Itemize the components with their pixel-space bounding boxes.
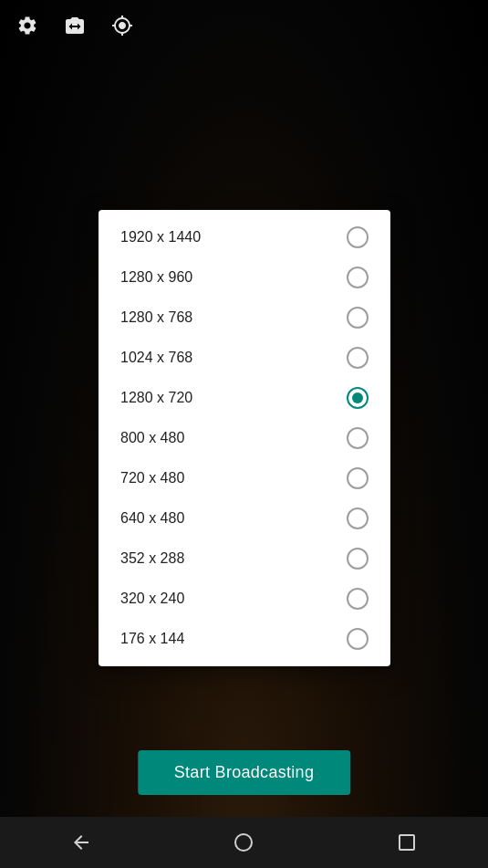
top-toolbar xyxy=(0,0,488,51)
settings-icon[interactable] xyxy=(15,13,40,38)
radio-button-720x480[interactable] xyxy=(347,467,369,489)
radio-button-640x480[interactable] xyxy=(347,507,369,529)
resolution-label: 352 x 288 xyxy=(120,550,184,567)
resolution-item-1920x1440[interactable]: 1920 x 1440 xyxy=(99,217,390,257)
radio-button-1280x768[interactable] xyxy=(347,307,369,329)
resolution-label: 320 x 240 xyxy=(120,591,184,607)
resolution-item-1024x768[interactable]: 1024 x 768 xyxy=(99,338,390,378)
radio-button-1280x960[interactable] xyxy=(347,267,369,288)
resolution-label: 1280 x 768 xyxy=(120,309,192,326)
resolution-item-320x240[interactable]: 320 x 240 xyxy=(99,579,390,619)
bottom-nav xyxy=(0,817,488,868)
radio-button-1024x768[interactable] xyxy=(347,347,369,369)
resolution-label: 640 x 480 xyxy=(120,510,184,527)
camera-switch-icon[interactable] xyxy=(62,13,88,38)
resolution-label: 1280 x 720 xyxy=(120,390,192,406)
resolution-dialog: 1920 x 1440 1280 x 960 1280 x 768 1024 x… xyxy=(99,210,390,666)
radio-button-1920x1440[interactable] xyxy=(347,226,369,248)
resolution-item-720x480[interactable]: 720 x 480 xyxy=(99,458,390,498)
radio-button-176x144[interactable] xyxy=(347,628,369,650)
resolution-label: 800 x 480 xyxy=(120,430,184,446)
radio-button-320x240[interactable] xyxy=(347,588,369,610)
resolution-label: 720 x 480 xyxy=(120,470,184,486)
back-button[interactable] xyxy=(63,824,99,861)
resolution-item-800x480[interactable]: 800 x 480 xyxy=(99,418,390,458)
start-broadcasting-button[interactable]: Start Broadcasting xyxy=(138,750,350,795)
resolution-label: 1024 x 768 xyxy=(120,350,192,366)
resolution-item-1280x768[interactable]: 1280 x 768 xyxy=(99,298,390,338)
resolution-label: 1280 x 960 xyxy=(120,269,192,286)
resolution-item-640x480[interactable]: 640 x 480 xyxy=(99,498,390,539)
resolution-item-176x144[interactable]: 176 x 144 xyxy=(99,619,390,659)
resolution-item-1280x720[interactable]: 1280 x 720 xyxy=(99,378,390,418)
resolution-label: 1920 x 1440 xyxy=(120,229,201,246)
svg-rect-1 xyxy=(400,835,414,850)
radio-button-800x480[interactable] xyxy=(347,427,369,449)
camera-settings-icon[interactable] xyxy=(109,13,135,38)
radio-button-352x288[interactable] xyxy=(347,548,369,570)
resolution-item-1280x960[interactable]: 1280 x 960 xyxy=(99,257,390,298)
resolution-item-352x288[interactable]: 352 x 288 xyxy=(99,539,390,579)
home-button[interactable] xyxy=(225,824,262,861)
resolution-label: 176 x 144 xyxy=(120,631,184,647)
recent-apps-button[interactable] xyxy=(389,824,425,861)
svg-point-0 xyxy=(235,834,252,851)
radio-button-1280x720[interactable] xyxy=(347,387,369,409)
